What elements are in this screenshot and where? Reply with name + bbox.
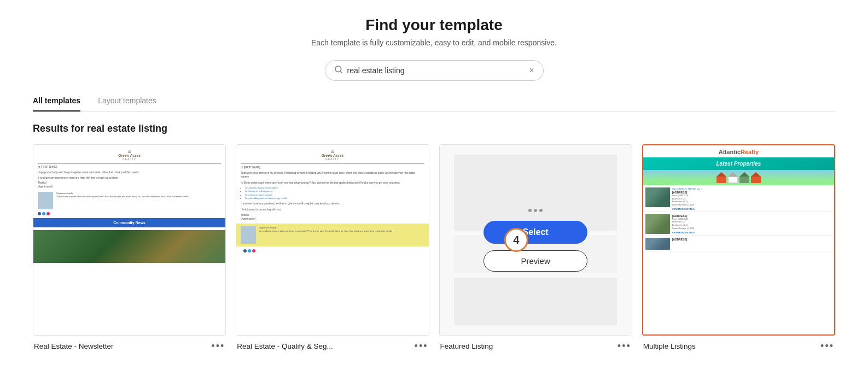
template-more-1[interactable]: •••	[211, 341, 225, 351]
search-input[interactable]	[347, 66, 525, 75]
template-footer-2: Real Estate - Qualify & Seg... •••	[236, 336, 429, 351]
tpl4-house-3	[739, 172, 749, 183]
results-label: Results for real estate listing	[33, 123, 835, 134]
tpl1-agent-photo	[38, 192, 53, 209]
tpl4-prop-details-3: [ADDRESS]	[672, 238, 832, 250]
tpl1-logo: 🏛 Green Acres REALTY	[38, 150, 221, 161]
template-name-4: Multiple Listings	[643, 342, 696, 350]
search-icon	[334, 65, 343, 76]
template-card-newsletter: 🏛 Green Acres REALTY Hi [FIRST NAME], Ho…	[33, 144, 226, 351]
template-footer-4: Multiple Listings •••	[642, 336, 835, 351]
page-subtitle: Each template is fully customizable, eas…	[33, 38, 835, 47]
tpl4-property-2: [ADDRESS] Price: ($200,000) Bedrooms: (4…	[643, 212, 834, 236]
tpl4-houses	[643, 170, 834, 185]
svg-line-1	[340, 71, 342, 73]
select-button[interactable]: Select	[483, 221, 587, 244]
tpl4-prop-details-1: Take a [VIDEO, PHOTO] tour > [ADDRESS] P…	[672, 187, 832, 210]
template-more-4[interactable]: •••	[820, 341, 834, 351]
tpl4-property-3: [ADDRESS]	[643, 236, 834, 251]
page-wrapper: Find your template Each template is full…	[0, 0, 868, 367]
search-container: ×	[33, 60, 835, 81]
tpl4-property-1: Take a [VIDEO, PHOTO] tour > [ADDRESS] P…	[643, 185, 834, 212]
tpl4-house-4	[751, 172, 761, 183]
template-preview-4: AtlanticRealty Latest Properties	[643, 145, 834, 334]
template-grid: 🏛 Green Acres REALTY Hi [FIRST NAME], Ho…	[33, 144, 835, 351]
dot-1	[528, 209, 532, 212]
tabs-bar: All templates Layout templates	[33, 96, 835, 112]
template-thumb-3[interactable]: 4 Select Preview	[439, 144, 632, 336]
tpl4-prop-img-2	[645, 214, 670, 234]
tpl4-prop-img-3	[645, 238, 670, 250]
preview-button[interactable]: Preview	[483, 250, 587, 272]
template-more-3[interactable]: •••	[617, 341, 631, 351]
tpl4-house-2	[728, 172, 738, 183]
dot-3	[539, 209, 543, 212]
template-badge-4: 4	[504, 228, 528, 252]
tab-all-templates[interactable]: All templates	[33, 96, 80, 111]
template-preview-1: 🏛 Green Acres REALTY Hi [FIRST NAME], Ho…	[33, 145, 225, 335]
template-thumb-2[interactable]: 🏛 Green Acres REALTY Hi [FIRST NAME], Th…	[236, 144, 429, 336]
template-name-1: Real Estate - Newsletter	[34, 342, 114, 350]
template-card-listings: AtlanticRealty Latest Properties	[642, 144, 835, 351]
template-overlay-3: 4 Select Preview	[440, 145, 632, 335]
tpl2-logo: 🏛 Green Acres REALTY	[241, 150, 424, 161]
template-footer-1: Real Estate - Newsletter •••	[33, 336, 226, 351]
template-name-3: Featured Listing	[440, 342, 493, 350]
template-thumb-4[interactable]: AtlanticRealty Latest Properties	[642, 144, 835, 336]
tab-layout-templates[interactable]: Layout templates	[98, 96, 156, 111]
dot-2	[534, 209, 537, 212]
tpl2-agent-photo	[241, 226, 256, 244]
template-preview-2: 🏛 Green Acres REALTY Hi [FIRST NAME], Th…	[236, 145, 428, 335]
tpl4-prop-details-2: [ADDRESS] Price: ($200,000) Bedrooms: (4…	[672, 214, 832, 234]
tpl4-header: AtlanticRealty	[643, 145, 834, 157]
page-header: Find your template Each template is full…	[33, 16, 835, 47]
clear-icon[interactable]: ×	[529, 66, 534, 75]
template-footer-3: Featured Listing •••	[439, 336, 632, 351]
tpl4-prop-img-1	[645, 187, 670, 207]
tpl4-banner: Latest Properties	[643, 157, 834, 170]
template-card-featured: 4 Select Preview Featured Listing •••	[439, 144, 632, 351]
template-more-2[interactable]: •••	[415, 341, 428, 351]
template-card-qualify: 🏛 Green Acres REALTY Hi [FIRST NAME], Th…	[236, 144, 429, 351]
tpl4-house-1	[716, 172, 726, 183]
page-title: Find your template	[33, 16, 835, 34]
template-name-2: Real Estate - Qualify & Seg...	[237, 342, 333, 350]
template-thumb-1[interactable]: 🏛 Green Acres REALTY Hi [FIRST NAME], Ho…	[33, 144, 226, 336]
search-bar: ×	[325, 60, 544, 81]
